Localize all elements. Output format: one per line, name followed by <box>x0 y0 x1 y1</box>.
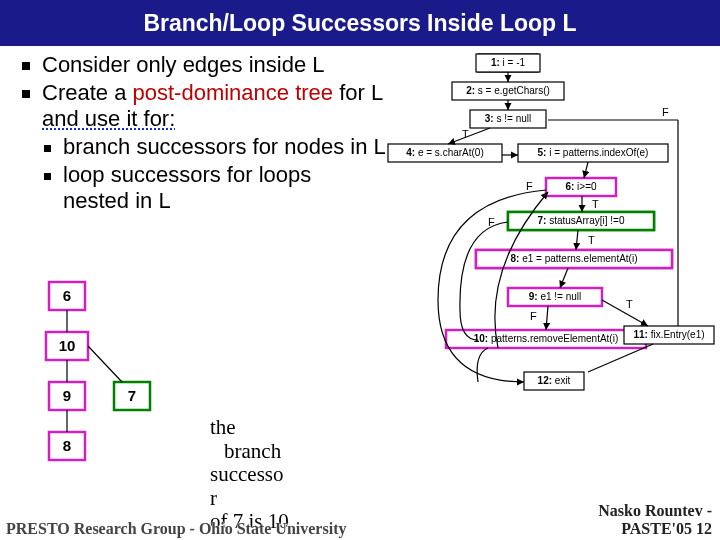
svg-text:F: F <box>526 180 533 192</box>
svg-text:8: 8 <box>63 437 71 454</box>
svg-text:11: fix.Entry(e1): 11: fix.Entry(e1) <box>633 329 704 340</box>
svg-text:T: T <box>626 298 633 310</box>
svg-text:5: i = patterns.indexOf(e): 5: i = patterns.indexOf(e) <box>538 147 649 158</box>
svg-text:6: i>=0: 6: i>=0 <box>565 181 597 192</box>
svg-text:T: T <box>462 128 469 140</box>
svg-text:9: 9 <box>63 387 71 404</box>
svg-text:F: F <box>530 310 537 322</box>
bullet-text: Consider only edges inside L <box>42 52 325 78</box>
svg-text:12: exit: 12: exit <box>538 375 571 386</box>
highlight-red: post-dominance tree <box>133 80 334 105</box>
svg-text:F: F <box>662 106 669 118</box>
svg-line-59 <box>560 268 568 288</box>
bullet-icon <box>22 62 30 70</box>
bullet-icon <box>44 173 51 180</box>
svg-text:1: i = -1: 1: i = -1 <box>491 57 526 68</box>
control-flow-graph: 1: i = -1 1: i = -1 1: i = -1 2: s = e.g… <box>378 50 716 510</box>
svg-line-13 <box>88 346 122 382</box>
svg-text:4: e = s.charAt(0): 4: e = s.charAt(0) <box>406 147 484 158</box>
svg-line-56 <box>576 230 578 250</box>
bullet-text: branch successors for nodes in L <box>63 134 386 160</box>
svg-text:8: e1 = patterns.elementAt(i): 8: e1 = patterns.elementAt(i) <box>510 253 637 264</box>
bullet-text: loop successors for loops nested in L <box>63 162 323 214</box>
svg-text:3: s != null: 3: s != null <box>485 113 531 124</box>
post-dominance-tree: 6 10 9 8 7 <box>34 274 174 504</box>
svg-text:6: 6 <box>63 287 71 304</box>
slide-body: Consider only edges inside L Create a po… <box>0 46 720 510</box>
footer-right: Nasko Rountev -PASTE'05 12 <box>598 502 712 538</box>
bullet-icon <box>44 145 51 152</box>
svg-text:T: T <box>592 198 599 210</box>
svg-text:7: 7 <box>128 387 136 404</box>
slide-footer: PRESTO Research Group - Ohio State Unive… <box>0 508 720 540</box>
svg-text:10: 10 <box>59 337 76 354</box>
slide-title: Branch/Loop Successors Inside Loop L <box>0 0 720 46</box>
svg-text:7: statusArray[i] !=0: 7: statusArray[i] !=0 <box>538 215 625 226</box>
svg-line-62 <box>602 300 648 326</box>
svg-text:2: s = e.getChars(): 2: s = e.getChars() <box>466 85 550 96</box>
svg-text:T: T <box>588 234 595 246</box>
svg-line-52 <box>584 162 588 178</box>
bullet-text: Create a post-dominance tree for L and u… <box>42 80 407 132</box>
svg-line-60 <box>546 306 548 330</box>
svg-text:F: F <box>488 216 495 228</box>
svg-text:9: e1 != null: 9: e1 != null <box>529 291 582 302</box>
footer-left: PRESTO Research Group - Ohio State Unive… <box>6 520 346 538</box>
bullet-icon <box>22 90 30 98</box>
svg-line-46 <box>448 128 490 144</box>
